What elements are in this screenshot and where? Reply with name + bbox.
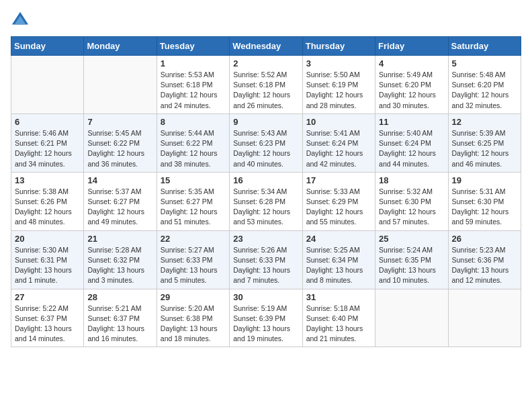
calendar-cell: 27Sunrise: 5:22 AM Sunset: 6:37 PM Dayli… bbox=[11, 289, 84, 347]
column-header-saturday: Saturday bbox=[448, 37, 521, 56]
calendar-cell: 10Sunrise: 5:41 AM Sunset: 6:24 PM Dayli… bbox=[302, 113, 375, 172]
day-number: 12 bbox=[452, 117, 517, 127]
day-info: Sunrise: 5:52 AM Sunset: 6:18 PM Dayligh… bbox=[233, 70, 298, 111]
calendar-cell: 1Sunrise: 5:53 AM Sunset: 6:18 PM Daylig… bbox=[157, 56, 229, 114]
day-info: Sunrise: 5:33 AM Sunset: 6:29 PM Dayligh… bbox=[306, 187, 371, 228]
calendar-cell: 18Sunrise: 5:32 AM Sunset: 6:30 PM Dayli… bbox=[375, 172, 448, 230]
day-number: 30 bbox=[233, 292, 298, 302]
calendar-cell: 11Sunrise: 5:40 AM Sunset: 6:24 PM Dayli… bbox=[375, 113, 448, 172]
column-header-thursday: Thursday bbox=[302, 37, 375, 56]
page-header bbox=[11, 11, 521, 30]
day-info: Sunrise: 5:22 AM Sunset: 6:37 PM Dayligh… bbox=[15, 304, 80, 345]
calendar-cell: 6Sunrise: 5:46 AM Sunset: 6:21 PM Daylig… bbox=[11, 113, 84, 172]
logo bbox=[11, 11, 32, 30]
calendar-cell: 13Sunrise: 5:38 AM Sunset: 6:26 PM Dayli… bbox=[11, 172, 84, 230]
day-number: 4 bbox=[379, 58, 444, 68]
calendar-cell bbox=[84, 56, 157, 114]
day-number: 23 bbox=[233, 234, 298, 244]
day-info: Sunrise: 5:50 AM Sunset: 6:19 PM Dayligh… bbox=[306, 70, 371, 111]
column-header-monday: Monday bbox=[84, 37, 157, 56]
day-number: 1 bbox=[161, 58, 226, 68]
calendar-cell: 25Sunrise: 5:24 AM Sunset: 6:35 PM Dayli… bbox=[375, 230, 448, 289]
calendar-cell: 7Sunrise: 5:45 AM Sunset: 6:22 PM Daylig… bbox=[84, 113, 157, 172]
day-number: 9 bbox=[233, 117, 298, 127]
day-info: Sunrise: 5:28 AM Sunset: 6:32 PM Dayligh… bbox=[87, 245, 152, 286]
day-number: 6 bbox=[15, 117, 80, 127]
day-number: 13 bbox=[15, 175, 80, 185]
day-info: Sunrise: 5:32 AM Sunset: 6:30 PM Dayligh… bbox=[379, 187, 444, 228]
day-number: 18 bbox=[379, 175, 444, 185]
day-info: Sunrise: 5:21 AM Sunset: 6:37 PM Dayligh… bbox=[87, 304, 152, 345]
day-info: Sunrise: 5:39 AM Sunset: 6:25 PM Dayligh… bbox=[452, 128, 517, 169]
day-info: Sunrise: 5:45 AM Sunset: 6:22 PM Dayligh… bbox=[87, 128, 152, 169]
calendar-week-row: 6Sunrise: 5:46 AM Sunset: 6:21 PM Daylig… bbox=[11, 113, 521, 172]
day-number: 14 bbox=[87, 175, 152, 185]
calendar-cell bbox=[11, 56, 84, 114]
calendar-cell: 24Sunrise: 5:25 AM Sunset: 6:34 PM Dayli… bbox=[302, 230, 375, 289]
day-info: Sunrise: 5:35 AM Sunset: 6:27 PM Dayligh… bbox=[161, 187, 226, 228]
calendar-cell: 16Sunrise: 5:34 AM Sunset: 6:28 PM Dayli… bbox=[230, 172, 302, 230]
calendar-cell: 26Sunrise: 5:23 AM Sunset: 6:36 PM Dayli… bbox=[448, 230, 521, 289]
day-number: 19 bbox=[452, 175, 517, 185]
calendar-cell: 20Sunrise: 5:30 AM Sunset: 6:31 PM Dayli… bbox=[11, 230, 84, 289]
day-info: Sunrise: 5:37 AM Sunset: 6:27 PM Dayligh… bbox=[87, 187, 152, 228]
day-number: 8 bbox=[161, 117, 226, 127]
day-info: Sunrise: 5:49 AM Sunset: 6:20 PM Dayligh… bbox=[379, 70, 444, 111]
calendar-cell: 22Sunrise: 5:27 AM Sunset: 6:33 PM Dayli… bbox=[157, 230, 229, 289]
day-number: 7 bbox=[87, 117, 152, 127]
calendar-week-row: 27Sunrise: 5:22 AM Sunset: 6:37 PM Dayli… bbox=[11, 289, 521, 347]
day-info: Sunrise: 5:30 AM Sunset: 6:31 PM Dayligh… bbox=[15, 245, 80, 286]
calendar-cell: 23Sunrise: 5:26 AM Sunset: 6:33 PM Dayli… bbox=[230, 230, 302, 289]
day-info: Sunrise: 5:34 AM Sunset: 6:28 PM Dayligh… bbox=[233, 187, 298, 228]
day-info: Sunrise: 5:43 AM Sunset: 6:23 PM Dayligh… bbox=[233, 128, 298, 169]
calendar-cell bbox=[375, 289, 448, 347]
day-info: Sunrise: 5:48 AM Sunset: 6:20 PM Dayligh… bbox=[452, 70, 517, 111]
day-info: Sunrise: 5:23 AM Sunset: 6:36 PM Dayligh… bbox=[452, 245, 517, 286]
day-number: 17 bbox=[306, 175, 371, 185]
calendar-header-row: SundayMondayTuesdayWednesdayThursdayFrid… bbox=[11, 37, 521, 56]
column-header-wednesday: Wednesday bbox=[230, 37, 302, 56]
calendar-table: SundayMondayTuesdayWednesdayThursdayFrid… bbox=[11, 36, 521, 347]
day-number: 29 bbox=[161, 292, 226, 302]
day-number: 5 bbox=[452, 58, 517, 68]
day-info: Sunrise: 5:40 AM Sunset: 6:24 PM Dayligh… bbox=[379, 128, 444, 169]
calendar-cell: 2Sunrise: 5:52 AM Sunset: 6:18 PM Daylig… bbox=[230, 56, 302, 114]
day-number: 27 bbox=[15, 292, 80, 302]
day-number: 25 bbox=[379, 234, 444, 244]
calendar-cell: 3Sunrise: 5:50 AM Sunset: 6:19 PM Daylig… bbox=[302, 56, 375, 114]
day-info: Sunrise: 5:25 AM Sunset: 6:34 PM Dayligh… bbox=[306, 245, 371, 286]
day-info: Sunrise: 5:27 AM Sunset: 6:33 PM Dayligh… bbox=[161, 245, 226, 286]
day-info: Sunrise: 5:19 AM Sunset: 6:39 PM Dayligh… bbox=[233, 304, 298, 345]
calendar-cell bbox=[448, 289, 521, 347]
day-number: 15 bbox=[161, 175, 226, 185]
calendar-cell: 15Sunrise: 5:35 AM Sunset: 6:27 PM Dayli… bbox=[157, 172, 229, 230]
calendar-cell: 14Sunrise: 5:37 AM Sunset: 6:27 PM Dayli… bbox=[84, 172, 157, 230]
day-info: Sunrise: 5:38 AM Sunset: 6:26 PM Dayligh… bbox=[15, 187, 80, 228]
column-header-sunday: Sunday bbox=[11, 37, 84, 56]
day-number: 11 bbox=[379, 117, 444, 127]
day-number: 21 bbox=[87, 234, 152, 244]
calendar-cell: 12Sunrise: 5:39 AM Sunset: 6:25 PM Dayli… bbox=[448, 113, 521, 172]
day-info: Sunrise: 5:31 AM Sunset: 6:30 PM Dayligh… bbox=[452, 187, 517, 228]
day-number: 2 bbox=[233, 58, 298, 68]
calendar-cell: 4Sunrise: 5:49 AM Sunset: 6:20 PM Daylig… bbox=[375, 56, 448, 114]
column-header-tuesday: Tuesday bbox=[157, 37, 229, 56]
calendar-cell: 8Sunrise: 5:44 AM Sunset: 6:22 PM Daylig… bbox=[157, 113, 229, 172]
logo-icon bbox=[11, 11, 30, 30]
calendar-week-row: 13Sunrise: 5:38 AM Sunset: 6:26 PM Dayli… bbox=[11, 172, 521, 230]
day-number: 16 bbox=[233, 175, 298, 185]
day-info: Sunrise: 5:20 AM Sunset: 6:38 PM Dayligh… bbox=[161, 304, 226, 345]
calendar-cell: 17Sunrise: 5:33 AM Sunset: 6:29 PM Dayli… bbox=[302, 172, 375, 230]
day-info: Sunrise: 5:18 AM Sunset: 6:40 PM Dayligh… bbox=[306, 304, 371, 345]
day-number: 31 bbox=[306, 292, 371, 302]
calendar-cell: 31Sunrise: 5:18 AM Sunset: 6:40 PM Dayli… bbox=[302, 289, 375, 347]
day-info: Sunrise: 5:26 AM Sunset: 6:33 PM Dayligh… bbox=[233, 245, 298, 286]
calendar-week-row: 1Sunrise: 5:53 AM Sunset: 6:18 PM Daylig… bbox=[11, 56, 521, 114]
day-info: Sunrise: 5:41 AM Sunset: 6:24 PM Dayligh… bbox=[306, 128, 371, 169]
day-number: 28 bbox=[87, 292, 152, 302]
day-info: Sunrise: 5:24 AM Sunset: 6:35 PM Dayligh… bbox=[379, 245, 444, 286]
calendar-cell: 9Sunrise: 5:43 AM Sunset: 6:23 PM Daylig… bbox=[230, 113, 302, 172]
calendar-cell: 30Sunrise: 5:19 AM Sunset: 6:39 PM Dayli… bbox=[230, 289, 302, 347]
calendar-cell: 21Sunrise: 5:28 AM Sunset: 6:32 PM Dayli… bbox=[84, 230, 157, 289]
calendar-cell: 5Sunrise: 5:48 AM Sunset: 6:20 PM Daylig… bbox=[448, 56, 521, 114]
